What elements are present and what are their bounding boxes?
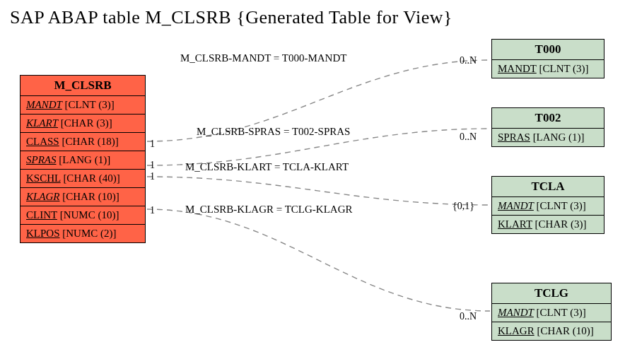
table-field: CLASS [CHAR (18)] [21,133,145,151]
relation-label: M_CLSRB-SPRAS = T002-SPRAS [197,126,350,138]
relation-label: M_CLSRB-MANDT = T000-MANDT [180,52,346,64]
table-header: T002 [492,108,604,129]
table-field: KLART [CHAR (3)] [21,115,145,133]
table-header: TCLA [492,177,604,197]
table-field: MANDT [CLNT (3)] [492,197,604,216]
table-field: MANDT [CLNT (3)] [21,96,145,115]
table-field: KLPOS [NUMC (2)] [21,225,145,242]
cardinality-left: 1 [150,160,155,171]
cardinality-right: 0..N [460,311,477,322]
table-field: SPRAS [LANG (1)] [492,129,604,146]
cardinality-right: {0,1} [452,201,474,212]
table-t002: T002 SPRAS [LANG (1)] [491,107,604,147]
table-tclg: TCLG MANDT [CLNT (3)] KLAGR [CHAR (10)] [491,283,612,341]
table-field: SPRAS [LANG (1)] [21,151,145,170]
page-title: SAP ABAP table M_CLSRB {Generated Table … [10,7,452,28]
cardinality-right: 0..N [460,55,477,66]
cardinality-left: 1 [150,139,155,150]
cardinality-left: 1 [150,205,155,216]
relation-line [147,209,490,311]
relation-line [147,177,490,205]
table-header: T000 [492,40,604,60]
relation-label: M_CLSRB-KLAGR = TCLG-KLAGR [185,204,353,216]
cardinality-right: 0..N [460,131,477,143]
table-field: MANDT [CLNT (3)] [492,304,611,322]
table-field: KLAGR [CHAR (10)] [21,188,145,206]
relation-label: M_CLSRB-KLART = TCLA-KLART [185,161,349,173]
table-t000: T000 MANDT [CLNT (3)] [491,39,604,78]
table-header: TCLG [492,283,611,304]
table-field: CLINT [NUMC (10)] [21,206,145,225]
table-field: KLAGR [CHAR (10)] [492,322,611,340]
table-field: KLART [CHAR (3)] [492,216,604,233]
cardinality-left: 1 [150,171,155,182]
table-tcla: TCLA MANDT [CLNT (3)] KLART [CHAR (3)] [491,176,604,234]
table-m-clsrb: M_CLSRB MANDT [CLNT (3)] KLART [CHAR (3)… [20,75,146,243]
table-field: KSCHL [CHAR (40)] [21,170,145,188]
table-field: MANDT [CLNT (3)] [492,60,604,78]
table-header: M_CLSRB [21,76,145,96]
